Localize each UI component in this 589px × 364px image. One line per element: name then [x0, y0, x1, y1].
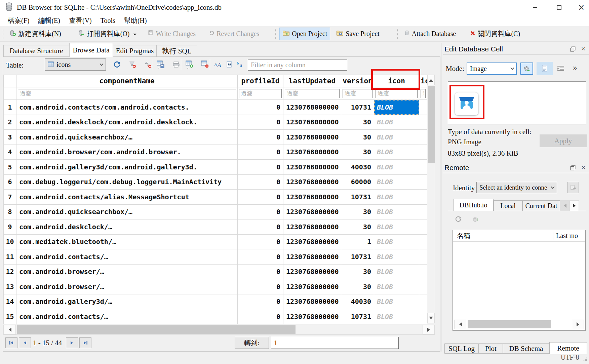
- cell-lastUpdated[interactable]: 1230768000000: [283, 190, 341, 205]
- cell-version[interactable]: 30: [341, 115, 374, 130]
- cell-profileId[interactable]: 0: [238, 115, 283, 130]
- cell-icon-blob[interactable]: BLOB: [374, 264, 419, 279]
- cell-componentName[interactable]: com.android.contacts/…: [16, 309, 238, 324]
- cell-partial[interactable]: [419, 249, 427, 265]
- filter-input-icon[interactable]: [376, 89, 418, 98]
- row-number[interactable]: 5: [4, 160, 16, 175]
- cell-profileId[interactable]: 0: [238, 279, 283, 294]
- minimize-button[interactable]: [527, 2, 543, 12]
- cell-partial[interactable]: [419, 234, 427, 249]
- cell-profileId[interactable]: 0: [238, 294, 283, 309]
- clear-filters-button[interactable]: [127, 59, 138, 70]
- cell-profileId[interactable]: 0: [238, 160, 283, 175]
- cell-version[interactable]: 30: [341, 130, 374, 145]
- column-header-version[interactable]: version: [341, 75, 374, 87]
- goto-input[interactable]: [271, 337, 399, 349]
- remote-tab-local[interactable]: Local: [494, 200, 522, 211]
- row-number[interactable]: 11: [4, 249, 16, 265]
- cell-partial[interactable]: [419, 294, 427, 309]
- cell-icon-blob[interactable]: BLOB: [374, 115, 419, 130]
- apply-button[interactable]: Apply: [540, 134, 587, 147]
- cell-version[interactable]: 30: [341, 279, 374, 294]
- dock-tab-plot[interactable]: Plot: [479, 343, 503, 354]
- cell-icon-blob[interactable]: BLOB: [374, 100, 419, 115]
- cell-lastUpdated[interactable]: 1230768000000: [283, 115, 341, 130]
- float-panel-icon[interactable]: [570, 46, 576, 52]
- cell-icon-blob[interactable]: BLOB: [374, 294, 419, 309]
- scroll-down-icon[interactable]: [427, 313, 435, 323]
- mode-selector[interactable]: Image: [467, 63, 517, 75]
- cell-componentName[interactable]: com.android.browser/…: [16, 264, 238, 279]
- cell-icon-blob[interactable]: BLOB: [374, 279, 419, 294]
- horizontal-scroll-thumb[interactable]: [468, 320, 551, 328]
- dock-tab-db-schema[interactable]: DB Schema: [503, 343, 549, 354]
- cell-partial[interactable]: [419, 130, 427, 145]
- text-view-button[interactable]: [537, 62, 553, 75]
- filter-any-column-input[interactable]: [248, 59, 347, 71]
- cell-profileId[interactable]: 0: [238, 234, 283, 249]
- cell-partial[interactable]: [419, 309, 427, 324]
- cell-lastUpdated[interactable]: 1230768000000: [283, 264, 341, 279]
- remote-push-button[interactable]: [471, 214, 481, 224]
- filter-input-componentName[interactable]: [18, 89, 236, 98]
- column-header-componentName[interactable]: componentName: [16, 75, 238, 87]
- corner-header[interactable]: [4, 75, 16, 87]
- attach-database-button[interactable]: Attach Database: [401, 28, 459, 40]
- tab-scroll-left-icon[interactable]: [560, 200, 570, 211]
- cell-icon-blob[interactable]: BLOB: [374, 145, 419, 160]
- cell-lastUpdated[interactable]: 1230768000000: [283, 249, 341, 265]
- scroll-left-icon[interactable]: [4, 325, 16, 334]
- list-column-name[interactable]: 名稱: [453, 231, 553, 240]
- cell-icon-blob[interactable]: BLOB: [374, 160, 419, 175]
- cell-icon-blob[interactable]: BLOB: [374, 219, 419, 235]
- close-panel-icon[interactable]: ×: [581, 44, 586, 53]
- save-project-button[interactable]: Save Project: [333, 28, 382, 40]
- cell-partial[interactable]: [419, 174, 427, 190]
- close-button[interactable]: ×: [574, 2, 589, 12]
- cell-icon-blob[interactable]: BLOB: [374, 249, 419, 265]
- cell-componentName[interactable]: com.android.gallery3d/com.android.galler…: [16, 160, 238, 175]
- cell-profileId[interactable]: 0: [238, 100, 283, 115]
- new-database-button[interactable]: 新建資料庫(N): [7, 28, 64, 40]
- encoding-button[interactable]: ba: [235, 59, 245, 70]
- row-number[interactable]: 9: [4, 219, 16, 235]
- cell-version[interactable]: 10731: [341, 309, 374, 324]
- cell-partial[interactable]: [419, 190, 427, 205]
- delete-record-button[interactable]: [200, 59, 210, 70]
- first-page-button[interactable]: [5, 337, 17, 348]
- scroll-right-icon[interactable]: [572, 320, 584, 329]
- cell-partial[interactable]: [419, 279, 427, 294]
- revert-changes-button[interactable]: Revert Changes: [206, 28, 262, 40]
- auto-detect-button[interactable]: [520, 63, 533, 75]
- goto-button[interactable]: 轉到:: [235, 337, 269, 349]
- cell-profileId[interactable]: 0: [238, 174, 283, 190]
- table-selector[interactable]: icons: [45, 58, 106, 71]
- filter-input-version[interactable]: [343, 89, 372, 98]
- filter-input-partial[interactable]: [421, 89, 426, 98]
- word-wrap-icon[interactable]: [556, 65, 565, 72]
- scroll-left-icon[interactable]: [454, 320, 466, 329]
- cell-lastUpdated[interactable]: 1230768000000: [283, 219, 341, 235]
- cell-version[interactable]: 40030: [341, 294, 374, 309]
- cell-componentName[interactable]: com.android.quicksearchbox/…: [16, 130, 238, 145]
- cell-componentName[interactable]: com.android.browser/…: [16, 279, 238, 294]
- cell-icon-blob[interactable]: BLOB: [374, 130, 419, 145]
- row-number[interactable]: 10: [4, 234, 16, 249]
- cell-version[interactable]: 10731: [341, 249, 374, 265]
- filter-input-profileId[interactable]: [239, 89, 282, 98]
- cell-lastUpdated[interactable]: 1230768000000: [283, 309, 341, 324]
- maximize-button[interactable]: [551, 2, 567, 12]
- row-number[interactable]: 2: [4, 115, 16, 130]
- cell-componentName[interactable]: com.android.contacts/…: [16, 249, 238, 265]
- cell-componentName[interactable]: com.android.quicksearchbox/…: [16, 204, 238, 219]
- dock-tab-remote[interactable]: Remote: [549, 342, 587, 354]
- remote-file-list[interactable]: 名稱 Last mo: [453, 230, 586, 331]
- float-panel-icon[interactable]: [570, 165, 576, 170]
- menu-file[interactable]: 檔案(F): [3, 16, 34, 25]
- cell-partial[interactable]: [419, 204, 427, 219]
- cell-partial[interactable]: [419, 264, 427, 279]
- identity-selector[interactable]: Select an identity to conne: [476, 182, 557, 193]
- grid-vertical-scrollbar[interactable]: [427, 75, 435, 323]
- tab-database-structure[interactable]: Database Structure: [3, 45, 69, 57]
- cell-lastUpdated[interactable]: 1230768000000: [283, 279, 341, 294]
